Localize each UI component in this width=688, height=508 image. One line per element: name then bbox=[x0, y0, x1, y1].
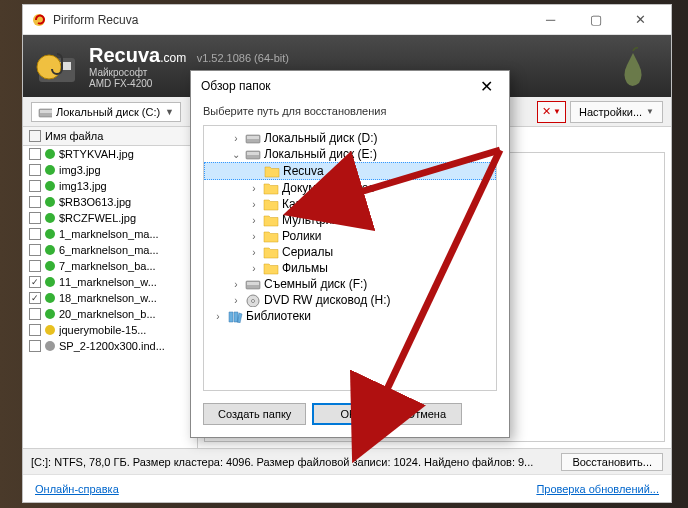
footer: Онлайн-справка Проверка обновлений... bbox=[23, 474, 671, 502]
table-row[interactable]: img3.jpg bbox=[23, 162, 197, 178]
row-checkbox[interactable] bbox=[29, 196, 41, 208]
folder-icon bbox=[263, 181, 279, 195]
tree-node-label: Локальный диск (E:) bbox=[264, 147, 377, 161]
tree-node-label: Ролики bbox=[282, 229, 322, 243]
filename-label: $RB3O613.jpg bbox=[59, 196, 131, 208]
table-row[interactable]: SP_2-1200x300.ind... bbox=[23, 338, 197, 354]
status-dot-icon bbox=[45, 261, 55, 271]
expand-icon[interactable]: › bbox=[230, 279, 242, 290]
tree-node-label: DVD RW дисковод (H:) bbox=[264, 293, 391, 307]
create-folder-button[interactable]: Создать папку bbox=[203, 403, 306, 425]
app-icon bbox=[31, 12, 47, 28]
row-checkbox[interactable] bbox=[29, 324, 41, 336]
row-checkbox[interactable] bbox=[29, 212, 41, 224]
row-checkbox[interactable] bbox=[29, 340, 41, 352]
dialog-title: Обзор папок bbox=[201, 79, 473, 93]
row-checkbox[interactable] bbox=[29, 180, 41, 192]
tree-node[interactable]: Recuva bbox=[204, 162, 496, 180]
brand-name: Recuva bbox=[89, 44, 160, 66]
titlebar: Piriform Recuva ─ ▢ ✕ bbox=[23, 5, 671, 35]
expand-icon[interactable]: › bbox=[248, 263, 260, 274]
expand-icon[interactable]: › bbox=[248, 183, 260, 194]
disk-icon bbox=[245, 147, 261, 161]
drive-selector[interactable]: Локальный диск (C:) ▼ bbox=[31, 102, 181, 122]
row-checkbox[interactable] bbox=[29, 308, 41, 320]
tree-node-label: Локальный диск (D:) bbox=[264, 131, 378, 145]
row-checkbox[interactable]: ✓ bbox=[29, 292, 41, 304]
expand-icon[interactable]: ⌄ bbox=[230, 149, 242, 160]
help-link[interactable]: Онлайн-справка bbox=[35, 483, 119, 495]
minimize-button[interactable]: ─ bbox=[528, 6, 573, 34]
row-checkbox[interactable] bbox=[29, 228, 41, 240]
tree-node[interactable]: ›Библиотеки bbox=[204, 308, 496, 324]
status-dot-icon bbox=[45, 165, 55, 175]
tree-node-label: Recuva bbox=[283, 164, 324, 178]
tree-node-label: Камера bbox=[282, 197, 324, 211]
expand-icon[interactable]: › bbox=[248, 231, 260, 242]
dialog-titlebar: Обзор папок ✕ bbox=[191, 71, 509, 101]
tree-node[interactable]: ›Сериалы bbox=[204, 244, 496, 260]
row-checkbox[interactable] bbox=[29, 148, 41, 160]
table-row[interactable]: 7_marknelson_ba... bbox=[23, 258, 197, 274]
status-dot-icon bbox=[45, 341, 55, 351]
settings-button[interactable]: Настройки... bbox=[570, 101, 663, 123]
cancel-button[interactable]: Отмена bbox=[390, 403, 462, 425]
table-row[interactable]: ✓18_marknelson_w... bbox=[23, 290, 197, 306]
status-bar: [C:]: NTFS, 78,0 ГБ. Размер кластера: 40… bbox=[23, 448, 671, 474]
tree-node[interactable]: ›DVD RW дисковод (H:) bbox=[204, 292, 496, 308]
table-row[interactable]: img13.jpg bbox=[23, 178, 197, 194]
status-dot-icon bbox=[45, 181, 55, 191]
close-button[interactable]: ✕ bbox=[618, 6, 663, 34]
list-header[interactable]: Имя файла bbox=[23, 127, 197, 146]
filename-label: img13.jpg bbox=[59, 180, 107, 192]
filename-label: 1_marknelson_ma... bbox=[59, 228, 159, 240]
filename-label: 7_marknelson_ba... bbox=[59, 260, 156, 272]
expand-icon[interactable]: › bbox=[248, 215, 260, 226]
tree-node[interactable]: ›Фильмы bbox=[204, 260, 496, 276]
expand-icon[interactable]: › bbox=[230, 133, 242, 144]
restore-button[interactable]: Восстановить... bbox=[561, 453, 663, 471]
table-row[interactable]: 1_marknelson_ma... bbox=[23, 226, 197, 242]
dvd-icon bbox=[245, 293, 261, 307]
lib-icon bbox=[227, 309, 243, 323]
column-filename: Имя файла bbox=[45, 130, 103, 142]
row-checkbox[interactable] bbox=[29, 164, 41, 176]
tree-node[interactable]: ›Локальный диск (D:) bbox=[204, 130, 496, 146]
row-checkbox[interactable] bbox=[29, 260, 41, 272]
table-row[interactable]: 6_marknelson_ma... bbox=[23, 242, 197, 258]
table-row[interactable]: 20_marknelson_b... bbox=[23, 306, 197, 322]
dialog-close-button[interactable]: ✕ bbox=[473, 73, 499, 99]
recuva-logo-icon bbox=[35, 44, 79, 88]
tree-node-label: Документальное bbox=[282, 181, 375, 195]
row-checkbox[interactable]: ✓ bbox=[29, 276, 41, 288]
status-dot-icon bbox=[45, 197, 55, 207]
tree-node[interactable]: ⌄Локальный диск (E:) bbox=[204, 146, 496, 162]
expand-icon[interactable]: › bbox=[248, 247, 260, 258]
folder-icon bbox=[263, 245, 279, 259]
filename-label: 11_marknelson_w... bbox=[59, 276, 157, 288]
tree-node[interactable]: ›Мультфильмы bbox=[204, 212, 496, 228]
table-row[interactable]: jquerymobile-15... bbox=[23, 322, 197, 338]
browse-folder-dialog: Обзор папок ✕ Выберите путь для восстано… bbox=[190, 70, 510, 438]
tree-node[interactable]: ›Съемный диск (F:) bbox=[204, 276, 496, 292]
tree-node[interactable]: ›Камера bbox=[204, 196, 496, 212]
cancel-scan-button[interactable]: ✕▼ bbox=[537, 101, 566, 123]
drive-icon bbox=[38, 105, 52, 119]
select-all-checkbox[interactable] bbox=[29, 130, 41, 142]
update-link[interactable]: Проверка обновлений... bbox=[536, 483, 659, 495]
expand-icon[interactable]: › bbox=[248, 199, 260, 210]
tree-node[interactable]: ›Ролики bbox=[204, 228, 496, 244]
ok-button[interactable]: OK bbox=[312, 403, 384, 425]
tree-node-label: Сериалы bbox=[282, 245, 333, 259]
maximize-button[interactable]: ▢ bbox=[573, 6, 618, 34]
table-row[interactable]: ✓11_marknelson_w... bbox=[23, 274, 197, 290]
folder-tree[interactable]: ›Локальный диск (D:)⌄Локальный диск (E:)… bbox=[203, 125, 497, 391]
tree-node[interactable]: ›Документальное bbox=[204, 180, 496, 196]
table-row[interactable]: $RCZFWEL.jpg bbox=[23, 210, 197, 226]
expand-icon[interactable]: › bbox=[212, 311, 224, 322]
folder-icon bbox=[263, 261, 279, 275]
table-row[interactable]: $RTYKVAH.jpg bbox=[23, 146, 197, 162]
row-checkbox[interactable] bbox=[29, 244, 41, 256]
table-row[interactable]: $RB3O613.jpg bbox=[23, 194, 197, 210]
expand-icon[interactable]: › bbox=[230, 295, 242, 306]
